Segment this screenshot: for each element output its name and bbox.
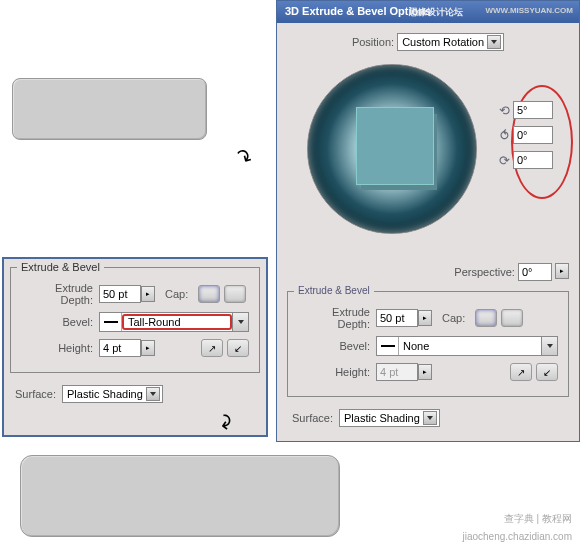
depth-label: Extrude Depth:	[298, 306, 376, 330]
height-label: Height:	[298, 366, 376, 378]
dialog-titlebar: 3D Extrude & Bevel Options 思缘设计论坛 WWW.MI…	[277, 1, 579, 23]
chevron-down-icon[interactable]	[232, 313, 248, 331]
depth-stepper[interactable]: ▸	[141, 286, 155, 302]
bevel-in-button[interactable]: ↗	[510, 363, 532, 381]
watermark-url: jiaocheng.chazidian.com	[462, 531, 572, 542]
bevel-out-button[interactable]: ↙	[536, 363, 558, 381]
bevel-label: Bevel:	[21, 316, 99, 328]
perspective-input[interactable]	[518, 263, 552, 281]
watermark-text: 查字典 | 教程网	[504, 512, 572, 526]
height-stepper: ▸	[418, 364, 432, 380]
rotate-x-input[interactable]	[513, 101, 553, 119]
height-input[interactable]	[99, 339, 141, 357]
surface-value: Plastic Shading	[67, 388, 143, 400]
height-label: Height:	[21, 342, 99, 354]
extrude-bevel-panel-left: Extrude & Bevel Extrude Depth: ▸ Cap: Be…	[2, 257, 268, 437]
bevel-dropdown[interactable]: None	[376, 336, 558, 356]
chevron-down-icon[interactable]	[541, 337, 557, 355]
position-dropdown[interactable]: Custom Rotation	[397, 33, 504, 51]
perspective-label: Perspective:	[454, 266, 515, 278]
cap-off-button[interactable]	[501, 309, 523, 327]
bevel-in-button[interactable]: ↗	[201, 339, 223, 357]
cap-on-button[interactable]	[475, 309, 497, 327]
bevel-value: Tall-Round	[122, 314, 232, 330]
chevron-down-icon[interactable]	[423, 411, 437, 425]
rotate-y-icon: ⥀	[495, 126, 513, 144]
height-input	[376, 363, 418, 381]
extrude-bevel-dialog: 3D Extrude & Bevel Options 思缘设计论坛 WWW.MI…	[276, 0, 580, 442]
rotate-y-input[interactable]	[513, 126, 553, 144]
result-preview-top	[12, 78, 207, 140]
position-value: Custom Rotation	[402, 36, 484, 48]
rotation-preview-globe[interactable]	[307, 64, 477, 234]
surface-dropdown[interactable]: Plastic Shading	[339, 409, 440, 427]
bevel-label: Bevel:	[298, 340, 376, 352]
rotate-x-icon: ⟲	[495, 101, 513, 119]
result-preview-bottom	[20, 455, 340, 537]
depth-input[interactable]	[376, 309, 418, 327]
position-label: Position:	[352, 36, 394, 48]
cap-label: Cap:	[442, 312, 471, 324]
rotate-z-input[interactable]	[513, 151, 553, 169]
forum-name: 思缘设计论坛	[409, 6, 463, 19]
extrude-bevel-group-right: Extrude & Bevel Extrude Depth: ▸ Cap: Be…	[287, 291, 569, 397]
bevel-thumb-icon	[377, 337, 399, 355]
cap-off-button[interactable]	[224, 285, 246, 303]
cap-label: Cap:	[165, 288, 194, 300]
surface-label: Surface:	[10, 388, 62, 400]
perspective-stepper[interactable]: ▸	[555, 263, 569, 279]
extrude-bevel-group-left: Extrude & Bevel Extrude Depth: ▸ Cap: Be…	[10, 267, 260, 373]
group-legend: Extrude & Bevel	[17, 261, 104, 273]
bevel-dropdown[interactable]: Tall-Round	[99, 312, 249, 332]
surface-value: Plastic Shading	[344, 412, 420, 424]
rotate-z-icon: ⟳	[495, 151, 513, 169]
depth-input[interactable]	[99, 285, 141, 303]
bevel-out-button[interactable]: ↙	[227, 339, 249, 357]
chevron-down-icon[interactable]	[487, 35, 501, 49]
surface-dropdown[interactable]: Plastic Shading	[62, 385, 163, 403]
depth-stepper[interactable]: ▸	[418, 310, 432, 326]
surface-label: Surface:	[287, 412, 339, 424]
cap-on-button[interactable]	[198, 285, 220, 303]
preview-cube	[356, 107, 434, 185]
height-stepper[interactable]: ▸	[141, 340, 155, 356]
bevel-value: None	[399, 340, 541, 352]
chevron-down-icon[interactable]	[146, 387, 160, 401]
forum-url: WWW.MISSYUAN.COM	[485, 6, 573, 15]
group-legend: Extrude & Bevel	[294, 285, 374, 296]
arrow-icon: ↷	[230, 142, 257, 171]
depth-label: Extrude Depth:	[21, 282, 99, 306]
bevel-thumb-icon	[100, 313, 122, 331]
